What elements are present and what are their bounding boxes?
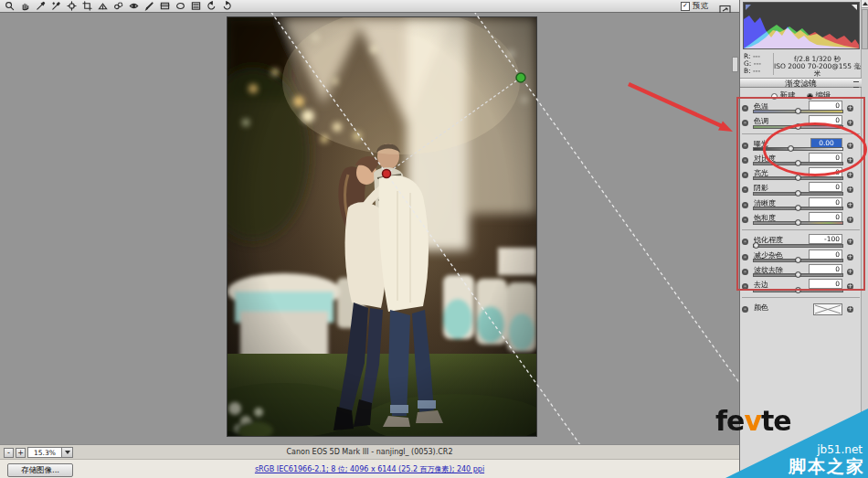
toolbar-tools <box>3 1 234 12</box>
decrease-color-button[interactable]: - <box>742 306 748 313</box>
sharpness-slider-knob[interactable] <box>753 242 759 249</box>
graduated-filter-tool-icon <box>160 1 170 11</box>
scrollbar-thumb[interactable] <box>862 9 868 49</box>
preview-label: 预览 <box>693 1 708 12</box>
contrast-slider[interactable] <box>753 162 843 165</box>
decrease-clarity-button[interactable]: - <box>742 202 748 208</box>
camera-raw-window: ✓ 预览 <box>0 0 868 478</box>
decrease-tint-button[interactable]: - <box>742 120 748 126</box>
sharpness-slider[interactable] <box>753 244 843 248</box>
increase-moire-reduction-button[interactable]: + <box>847 269 853 275</box>
save-image-button[interactable]: 存储图像... <box>7 463 73 477</box>
highlights-slider[interactable] <box>753 176 843 180</box>
saturation-slider-knob[interactable] <box>795 219 801 226</box>
photo-image <box>228 17 536 436</box>
shadows-row: -阴影0+ <box>742 182 862 197</box>
radial-filter-tool[interactable] <box>174 1 187 12</box>
defringe-slider-knob[interactable] <box>795 287 801 293</box>
decrease-saturation-button[interactable]: - <box>742 217 748 223</box>
slider-group-a: -色温0+-色调0+ <box>742 101 862 131</box>
decrease-shadows-button[interactable]: - <box>742 186 748 193</box>
decrease-temperature-button[interactable]: - <box>742 105 748 112</box>
increase-defringe-button[interactable]: + <box>847 283 853 290</box>
toggle-fullscreen-button[interactable] <box>719 1 732 11</box>
fevte-watermark: fevte <box>715 408 791 435</box>
panel-scrollbar[interactable] <box>861 0 868 420</box>
preferences-button-icon <box>191 1 201 11</box>
spot-removal-tool[interactable] <box>111 1 125 12</box>
exposure-slider[interactable] <box>753 147 843 151</box>
increase-highlights-button[interactable]: + <box>847 172 853 178</box>
clarity-slider-knob[interactable] <box>795 205 801 211</box>
preview-canvas[interactable] <box>0 13 739 444</box>
decrease-contrast-button[interactable]: - <box>742 157 748 164</box>
zoom-tool[interactable] <box>3 1 16 12</box>
color-sampler-tool[interactable] <box>49 1 63 12</box>
increase-exposure-button[interactable]: + <box>847 143 853 149</box>
contrast-slider-knob[interactable] <box>795 160 801 166</box>
clarity-slider[interactable] <box>753 207 843 210</box>
decrease-defringe-button[interactable]: - <box>742 283 748 290</box>
toolbar: ✓ 预览 <box>0 0 739 13</box>
moire-reduction-slider[interactable] <box>753 273 843 277</box>
noise-reduction-slider[interactable] <box>753 259 843 262</box>
targeted-adjustment-tool[interactable] <box>65 1 79 12</box>
exposure-slider-knob[interactable] <box>788 145 794 152</box>
straighten-tool[interactable] <box>96 1 110 12</box>
temperature-row: -色温0+ <box>742 101 862 115</box>
increase-noise-reduction-button[interactable]: + <box>847 254 853 260</box>
crop-tool[interactable] <box>80 1 94 12</box>
panel-title: 渐变滤镜 <box>786 79 817 88</box>
increase-contrast-button[interactable]: + <box>847 157 853 164</box>
divider <box>742 229 860 230</box>
increase-sharpness-button[interactable]: + <box>847 239 853 245</box>
decrease-exposure-button[interactable]: - <box>742 143 748 149</box>
highlight-clipping-icon <box>852 5 857 10</box>
increase-shadows-button[interactable]: + <box>847 186 853 193</box>
increase-color-button[interactable]: + <box>847 306 853 313</box>
rotate-right-button[interactable] <box>220 1 234 12</box>
scroll-up-button[interactable] <box>862 0 868 8</box>
defringe-slider[interactable] <box>753 289 843 292</box>
divider <box>742 133 860 134</box>
workflow-options-link[interactable]: sRGB IEC61966-2.1; 8 位; 4096 x 6144 (25.… <box>128 464 611 474</box>
tint-slider[interactable] <box>753 125 843 129</box>
decrease-noise-reduction-button[interactable]: - <box>742 254 748 260</box>
preview-checkbox[interactable]: ✓ <box>681 2 690 11</box>
noise-reduction-slider-knob[interactable] <box>795 257 801 263</box>
decrease-sharpness-button[interactable]: - <box>742 239 748 245</box>
preview-toggle[interactable]: ✓ 预览 <box>681 1 708 12</box>
hand-tool[interactable] <box>18 1 32 12</box>
shadows-slider-knob[interactable] <box>795 190 801 197</box>
divider <box>742 297 860 298</box>
temperature-slider[interactable] <box>753 110 843 113</box>
graduated-filter-tool[interactable] <box>158 1 172 12</box>
highlights-slider-knob[interactable] <box>795 175 801 181</box>
slider-group-b: -曝光0.00+-对比度0+-高光0+-阴影0+-清晰度0+-饱和度0+ <box>742 138 862 228</box>
decrease-moire-reduction-button[interactable]: - <box>742 269 748 275</box>
increase-temperature-button[interactable]: + <box>847 105 853 112</box>
filename-label: Canon EOS 5D Mark III - nanjingl_ (0053)… <box>0 448 739 456</box>
white-balance-tool[interactable] <box>34 1 48 12</box>
color-swatch[interactable] <box>813 303 842 315</box>
panel-header: 渐变滤镜 <box>740 78 862 88</box>
preferences-button[interactable] <box>189 1 203 12</box>
decrease-highlights-button[interactable]: - <box>742 172 748 178</box>
increase-tint-button[interactable]: + <box>847 120 853 126</box>
temperature-slider-knob[interactable] <box>795 108 801 114</box>
photo-preview[interactable] <box>227 16 537 437</box>
panel-menu-icon[interactable] <box>853 81 859 88</box>
shadows-slider[interactable] <box>753 192 843 196</box>
tint-slider-knob[interactable] <box>795 123 801 130</box>
rotate-left-button[interactable] <box>205 1 218 12</box>
panel-splitter-handle[interactable] <box>732 57 738 72</box>
moire-reduction-slider-knob[interactable] <box>795 271 801 278</box>
red-eye-tool[interactable] <box>127 1 141 12</box>
status-bar: - + 15.3% Canon EOS 5D Mark III - nanjin… <box>0 444 739 459</box>
increase-clarity-button[interactable]: + <box>847 202 853 208</box>
increase-saturation-button[interactable]: + <box>847 217 853 223</box>
contrast-row: -对比度0+ <box>742 153 862 167</box>
hand-tool-icon <box>20 1 30 11</box>
adjustment-brush-tool[interactable] <box>143 1 156 12</box>
saturation-slider[interactable] <box>753 221 843 225</box>
